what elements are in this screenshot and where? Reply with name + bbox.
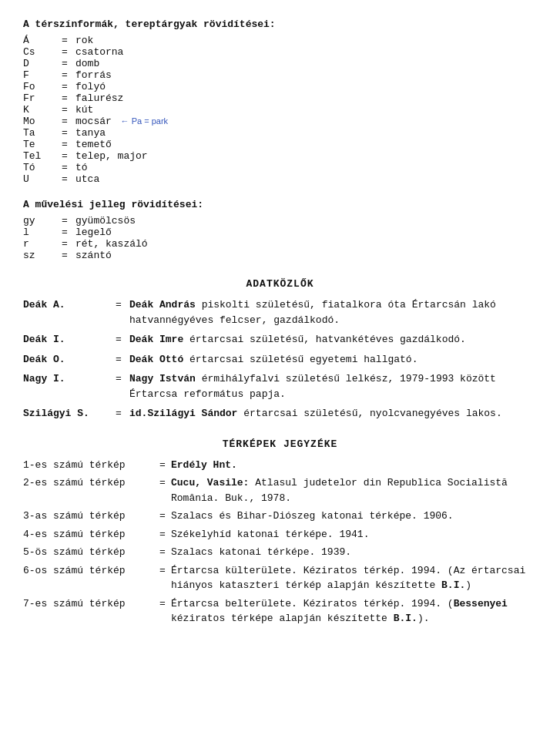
map-eq-1: = — [154, 458, 171, 473]
terkepek-section: TÉRKÉPEK JEGYZÉKE 1-es számú térkép = Er… — [23, 438, 537, 626]
terkepek-heading: TÉRKÉPEK JEGYZÉKE — [23, 438, 537, 450]
data-entry-deak-i: Deák I. = Deák Imre értarcsai születésű,… — [23, 332, 537, 348]
map-eq-5: = — [154, 545, 171, 560]
map-key-2: 2-es számú térkép — [23, 475, 154, 505]
abbr-key-a: Á — [23, 35, 54, 46]
abbr-val-a: rok — [75, 35, 168, 46]
map-key-5: 5-ös számú térkép — [23, 545, 154, 560]
abbr-key-mo: Mo — [23, 116, 54, 127]
cult-key-l: l — [23, 227, 54, 238]
abbr-key-f: F — [23, 69, 54, 81]
data-val-nagy-i: Nagy István érmihályfalvi születésű lelk… — [129, 371, 537, 401]
abbr-key-te: Te — [23, 139, 54, 150]
abbr-eq-fo: = — [54, 81, 75, 92]
data-val-deak-o: Deák Ottó értarcsai születésű egyetemi h… — [129, 352, 537, 368]
data-val-deak-a: Deák András piskolti születésű, fiatalko… — [129, 297, 537, 327]
data-eq-deak-a: = — [108, 297, 129, 327]
cult-row-gy: gy = gyümölcsös — [23, 215, 148, 227]
abbr-key-ta: Ta — [23, 127, 54, 139]
abbr-eq-u: = — [54, 173, 75, 185]
abbr-eq-a: = — [54, 35, 75, 46]
abbr-eq-fr: = — [54, 92, 75, 104]
abbr-row-fr: Fr = falurész — [23, 92, 168, 104]
data-eq-nagy-i: = — [108, 371, 129, 401]
map-key-1: 1-es számú térkép — [23, 458, 154, 473]
abbr-key-d: D — [23, 58, 54, 69]
cult-key-sz: sz — [23, 250, 54, 261]
cultivation-title: A művelési jelleg rövidítései: — [23, 199, 537, 210]
map-entry-5: 5-ös számú térkép = Szalacs katonai térk… — [23, 545, 537, 560]
abbr-eq-d: = — [54, 58, 75, 69]
abbreviations-section: A térszínformák, tereptárgyak rövidítése… — [23, 18, 537, 185]
data-key-deak-o: Deák O. — [23, 352, 108, 368]
abbr-val-fo: folyó — [75, 81, 168, 92]
abbreviations-table: Á = rok Cs = csatorna D = domb F = forrá… — [23, 35, 168, 185]
handwriting-annotation: ← Pa = park — [121, 116, 168, 126]
abbr-row-k: K = kút — [23, 104, 168, 116]
abbr-key-tel: Tel — [23, 150, 54, 162]
abbr-eq-tel: = — [54, 150, 75, 162]
abbr-row-ta: Ta = tanya — [23, 127, 168, 139]
abbr-row-cs: Cs = csatorna — [23, 46, 168, 58]
data-entry-nagy-i: Nagy I. = Nagy István érmihályfalvi szül… — [23, 371, 537, 401]
abbr-val-cs: csatorna — [75, 46, 168, 58]
cultivation-section: A művelési jelleg rövidítései: gy = gyüm… — [23, 199, 537, 261]
abbr-row-tel: Tel = telep, major — [23, 150, 168, 162]
cult-eq-l: = — [54, 227, 75, 238]
abbr-val-f: forrás — [75, 69, 168, 81]
map-entry-4: 4-es számú térkép = Székelyhíd katonai t… — [23, 527, 537, 542]
cult-val-gy: gyümölcsös — [75, 215, 148, 227]
abbr-val-fr: falurész — [75, 92, 168, 104]
abbr-val-tel: telep, major — [75, 150, 168, 162]
cult-key-r: r — [23, 238, 54, 250]
abbr-row-fo: Fo = folyó — [23, 81, 168, 92]
abbr-row-te: Te = temető — [23, 139, 168, 150]
map-entry-1: 1-es számú térkép = Erdély Hnt. — [23, 458, 537, 473]
map-key-3: 3-as számú térkép — [23, 509, 154, 524]
cult-row-r: r = rét, kaszáló — [23, 238, 148, 250]
abbr-row-mo: Mo = mocsár ← Pa = park — [23, 116, 168, 127]
map-key-6: 6-os számú térkép — [23, 563, 154, 593]
abbr-eq-te: = — [54, 139, 75, 150]
map-eq-2: = — [154, 475, 171, 505]
map-eq-3: = — [154, 509, 171, 524]
data-key-deak-i: Deák I. — [23, 332, 108, 348]
map-key-4: 4-es számú térkép — [23, 527, 154, 542]
map-eq-7: = — [154, 596, 171, 626]
cult-val-sz: szántó — [75, 250, 148, 261]
abbr-key-k: K — [23, 104, 54, 116]
map-val-3: Szalacs és Bihar-Diószeg katonai térképe… — [171, 509, 537, 524]
abbr-row-to: Tó = tó — [23, 162, 168, 173]
abbr-val-k: kút — [75, 104, 168, 116]
abbr-key-to: Tó — [23, 162, 54, 173]
map-key-7: 7-es számú térkép — [23, 596, 154, 626]
adatkozlok-section: ADATKÖZLŐK Deák A. = Deák András piskolt… — [23, 278, 537, 421]
data-eq-szilagyi-s: = — [108, 406, 129, 421]
data-val-szilagyi-s: id.Szilágyi Sándor értarcsai születésű, … — [129, 406, 537, 421]
abbr-eq-k: = — [54, 104, 75, 116]
map-entry-7: 7-es számú térkép = Értarcsa belterülete… — [23, 596, 537, 626]
abbr-val-to: tó — [75, 162, 168, 173]
abbr-key-cs: Cs — [23, 46, 54, 58]
cultivation-table: gy = gyümölcsös l = legelő r = rét, kasz… — [23, 215, 148, 261]
abbr-row-a: Á = rok — [23, 35, 168, 46]
data-entry-deak-a: Deák A. = Deák András piskolti születésű… — [23, 297, 537, 327]
map-eq-4: = — [154, 527, 171, 542]
cult-key-gy: gy — [23, 215, 54, 227]
abbr-val-mo: mocsár ← Pa = park — [75, 116, 168, 127]
map-val-7: Értarcsa belterülete. Kéziratos térkép. … — [171, 596, 537, 626]
abbr-val-ta: tanya — [75, 127, 168, 139]
data-eq-deak-o: = — [108, 352, 129, 368]
abbr-val-d: domb — [75, 58, 168, 69]
cult-val-l: legelő — [75, 227, 148, 238]
cult-row-sz: sz = szántó — [23, 250, 148, 261]
map-val-5: Szalacs katonai térképe. 1939. — [171, 545, 537, 560]
map-val-1: Erdély Hnt. — [171, 458, 537, 473]
abbreviations-title: A térszínformák, tereptárgyak rövidítése… — [23, 18, 537, 30]
abbr-eq-mo: = — [54, 116, 75, 127]
abbr-key-u: U — [23, 173, 54, 185]
abbr-row-d: D = domb — [23, 58, 168, 69]
abbr-key-fr: Fr — [23, 92, 54, 104]
abbr-eq-cs: = — [54, 46, 75, 58]
map-entry-6: 6-os számú térkép = Értarcsa külterülete… — [23, 563, 537, 593]
